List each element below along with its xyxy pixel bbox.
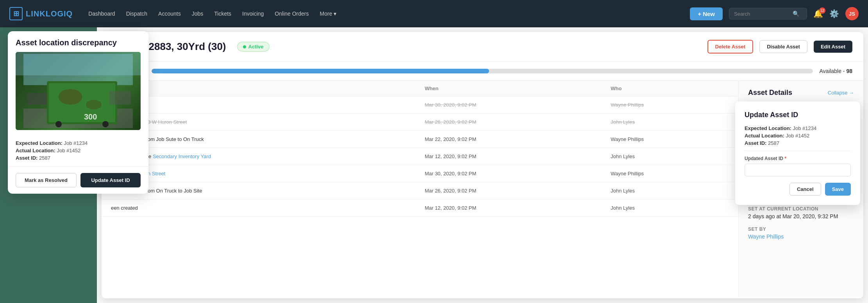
- edit-asset-button[interactable]: Edit Asset: [814, 41, 852, 53]
- table-row: urrent location from Job Sute to On Truc…: [102, 131, 738, 148]
- history-action-2: urrent location from Job Sute to On Truc…: [102, 131, 415, 148]
- table-row: urrent location from On Truck to Job Sit…: [102, 182, 738, 200]
- modal-asset-id: Asset ID: 2587: [745, 140, 851, 146]
- history-who-3: John Lyles: [601, 148, 738, 165]
- collapse-button[interactable]: Collapse →: [828, 90, 854, 96]
- history-table: When Who #5456 Mar 30, 2020, 9:02 PM Way…: [102, 81, 738, 217]
- asset-header: Asset #2883, 30Yrd (30) Active Delete As…: [102, 32, 863, 62]
- nav-more[interactable]: More ▾: [320, 11, 337, 17]
- history-section: When Who #5456 Mar 30, 2020, 9:02 PM Way…: [102, 81, 738, 296]
- disable-asset-button[interactable]: Disable Asset: [759, 40, 807, 53]
- history-who-1: John Lyles: [611, 119, 635, 125]
- status-badge: Active: [237, 42, 270, 52]
- update-asset-id-button[interactable]: Update Asset ID: [80, 173, 141, 187]
- nav-jobs[interactable]: Jobs: [192, 11, 204, 17]
- table-row: ite 1423 W Huron Street Mar 30, 2020, 9:…: [102, 165, 738, 182]
- logo-box: ⊞: [9, 7, 23, 20]
- search-input[interactable]: [734, 11, 793, 17]
- detail-set-at-label: Set at Current Location: [748, 206, 854, 212]
- nav-invoicing[interactable]: Invoicing: [242, 11, 264, 17]
- history-when-5: Mar 26, 2020, 9:02 PM: [415, 182, 601, 200]
- detail-set-by-value[interactable]: Wayne Phillips: [748, 233, 854, 240]
- nav-online-orders[interactable]: Online Orders: [275, 11, 309, 17]
- detail-set-by: Set by Wayne Phillips: [748, 226, 854, 240]
- required-marker: *: [784, 156, 786, 161]
- nav-right: + New 🔍 🔔 12 ⚙️ JS: [690, 7, 859, 20]
- history-who-5: John Lyles: [601, 182, 738, 200]
- history-action-5: urrent location from On Truck to Job Sit…: [102, 182, 415, 200]
- details-title: Asset Details: [748, 89, 792, 97]
- modal-title: Update Asset ID: [745, 111, 851, 119]
- history-action-6: een created: [102, 200, 415, 217]
- svg-point-5: [86, 100, 102, 109]
- secondary-inventory-link[interactable]: Secondary Inventory Yard: [153, 153, 211, 159]
- modal-field-label: Updated Asset ID *: [745, 156, 851, 161]
- alert-asset-id: Asset ID: 2587: [16, 155, 141, 161]
- table-row: om Job Site 1423 W Huron Street Mar 26, …: [102, 114, 738, 131]
- alert-footer: Mark as Resolved Update Asset ID: [8, 166, 148, 194]
- progress-bar-container: [152, 69, 813, 73]
- detail-set-at-value: 2 days ago at Mar 20, 2020, 9:32 PM: [748, 213, 854, 219]
- table-row: om Company Site Secondary Inventory Yard…: [102, 148, 738, 165]
- settings-icon[interactable]: ⚙️: [829, 9, 839, 18]
- history-when-3: Mar 12, 2020, 9:02 PM: [415, 148, 601, 165]
- updated-asset-id-input[interactable]: [745, 164, 851, 176]
- history-when-0: Mar 30, 2020, 9:02 PM: [425, 102, 476, 108]
- svg-rect-10: [109, 91, 131, 105]
- history-when-2: Mar 22, 2020, 9:02 PM: [415, 131, 601, 148]
- nav-accounts[interactable]: Accounts: [158, 11, 181, 17]
- status-dot: [243, 45, 246, 48]
- modal-actual: Actual Location: Job #1452: [745, 133, 851, 139]
- search-box[interactable]: 🔍: [729, 8, 807, 20]
- nav-dispatch[interactable]: Dispatch: [126, 11, 147, 17]
- col-when: When: [415, 81, 601, 96]
- progress-bar-fill: [152, 69, 489, 73]
- history-when-6: Mar 12, 2020, 9:02 PM: [415, 200, 601, 217]
- svg-rect-3: [49, 83, 115, 122]
- logo-text: LINKLOGIQ: [26, 9, 73, 18]
- logo-icon: ⊞: [13, 9, 19, 18]
- modal-expected: Expected Location: Job #1234: [745, 125, 851, 131]
- modal-footer: Cancel Save: [745, 183, 851, 196]
- svg-rect-9: [27, 93, 47, 105]
- logo[interactable]: ⊞ LINKLOGIQ: [9, 7, 73, 20]
- delete-asset-button[interactable]: Delete Asset: [707, 40, 754, 53]
- nav-tickets[interactable]: Tickets: [214, 11, 231, 17]
- mark-resolved-button[interactable]: Mark as Resolved: [16, 173, 77, 187]
- col-action: [102, 81, 415, 96]
- alert-expected-location: Expected Location: Job #1234: [16, 140, 141, 146]
- dumpster-visual: 300: [16, 52, 141, 130]
- alert-card: Asset location discrepancy 300: [8, 31, 148, 194]
- table-row: een created Mar 12, 2020, 9:02 PM John L…: [102, 200, 738, 217]
- svg-point-4: [59, 89, 82, 105]
- alert-actual-location: Actual Location: Job #1452: [16, 148, 141, 153]
- detail-set-by-label: Set by: [748, 226, 854, 232]
- alert-info: Expected Location: Job #1234 Actual Loca…: [8, 140, 148, 161]
- search-icon: 🔍: [793, 11, 799, 17]
- update-asset-id-modal: Update Asset ID Expected Location: Job #…: [735, 102, 860, 205]
- details-header: Asset Details Collapse →: [748, 89, 854, 97]
- navbar: ⊞ LINKLOGIQ Dashboard Dispatch Accounts …: [0, 0, 868, 27]
- table-row: #5456 Mar 30, 2020, 9:02 PM Wayne Philli…: [102, 96, 738, 114]
- avatar[interactable]: JS: [845, 7, 859, 20]
- history-who-2: Wayne Phillips: [601, 131, 738, 148]
- nav-links: Dashboard Dispatch Accounts Jobs Tickets…: [88, 11, 690, 17]
- notification-badge: 12: [819, 7, 825, 14]
- history-who-4: Wayne Phillips: [601, 165, 738, 182]
- svg-point-8: [102, 121, 109, 127]
- modal-divider: [745, 151, 851, 151]
- alert-title: Asset location discrepancy: [16, 38, 141, 47]
- nav-dashboard[interactable]: Dashboard: [88, 11, 115, 17]
- notifications-icon[interactable]: 🔔 12: [813, 9, 823, 18]
- history-when-1: Mar 26, 2020, 9:02 PM: [425, 119, 476, 125]
- new-button[interactable]: + New: [690, 7, 723, 20]
- svg-point-7: [55, 121, 62, 127]
- alert-image: 300: [16, 52, 141, 130]
- modal-cancel-button[interactable]: Cancel: [789, 183, 821, 196]
- modal-save-button[interactable]: Save: [825, 183, 851, 196]
- progress-section: On jobs - 103 Available - 98: [102, 62, 863, 81]
- col-who: Who: [601, 81, 738, 96]
- detail-set-at: Set at Current Location 2 days ago at Ma…: [748, 206, 854, 219]
- available-label: Available - 98: [819, 68, 852, 74]
- history-when-4: Mar 30, 2020, 9:02 PM: [415, 165, 601, 182]
